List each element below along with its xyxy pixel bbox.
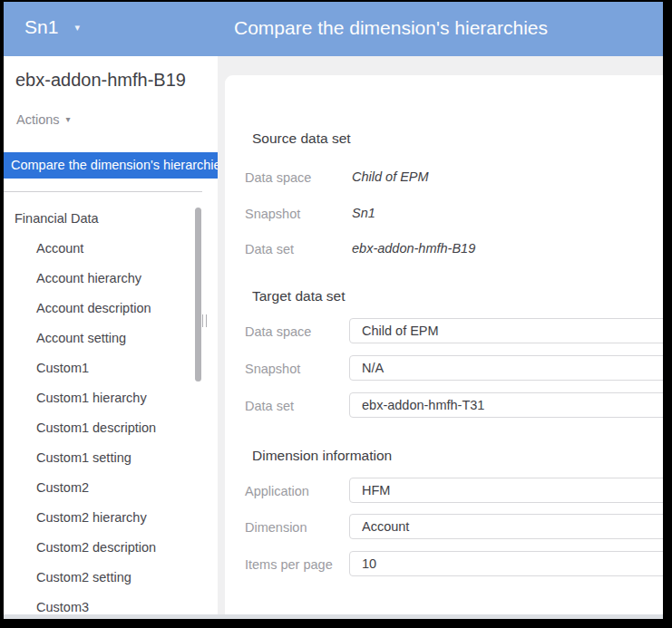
field-label-target-snapshot: Snapshot: [245, 362, 300, 376]
target-dataset-input[interactable]: [349, 392, 663, 418]
chevron-down-icon: ▾: [66, 115, 71, 124]
tree-item-custom1-setting[interactable]: Custom1 setting: [4, 443, 196, 473]
scrollbar-thumb[interactable]: [195, 208, 201, 382]
main-panel: Source data set Data space Child of EPM …: [218, 56, 663, 614]
tree-item-account-hierarchy[interactable]: Account hierarchy: [4, 264, 196, 294]
sidebar: ebx-addon-hmfh-B19 Actions ▾ Compare the…: [4, 56, 218, 614]
tree-item-account-setting[interactable]: Account setting: [4, 324, 196, 353]
target-snapshot-input[interactable]: [349, 355, 663, 381]
page-title: Compare the dimension's hierarchies: [234, 17, 548, 39]
tree-item-custom1-hierarchy[interactable]: Custom1 hierarchy: [4, 383, 196, 413]
field-label-source-snapshot: Snapshot: [245, 207, 300, 221]
field-label-application: Application: [245, 484, 309, 498]
tree-item-custom2-description[interactable]: Custom2 description: [4, 533, 196, 563]
snapshot-selector-dropdown[interactable]: Sn1 ▾: [24, 16, 80, 38]
section-title-dimension: Dimension information: [252, 448, 392, 464]
app-window: Sn1 ▾ Compare the dimension's hierarchie…: [4, 2, 663, 619]
field-value-source-dataset: ebx-addon-hmfh-B19: [352, 241, 475, 256]
tree-item-custom1-description[interactable]: Custom1 description: [4, 413, 196, 443]
sidebar-item-compare-hierarchies[interactable]: Compare the dimension's hierarchies: [4, 152, 218, 179]
tree-item-account-description[interactable]: Account description: [4, 294, 196, 324]
chevron-down-icon: ▾: [74, 23, 80, 33]
field-label-target-dataset: Data set: [245, 399, 294, 413]
panel-resize-grip-icon[interactable]: [202, 314, 211, 327]
field-label-items-per-page: Items per page: [245, 557, 333, 572]
dataset-title: ebx-addon-hmfh-B19: [15, 70, 186, 91]
tree-item-custom1[interactable]: Custom1: [4, 353, 196, 383]
field-label-dimension: Dimension: [245, 520, 307, 535]
dataset-tree: Financial Data Account Account hierarchy…: [4, 204, 196, 619]
actions-menu-button[interactable]: Actions ▾: [16, 112, 71, 127]
app-header: Sn1 ▾ Compare the dimension's hierarchie…: [4, 2, 663, 56]
actions-menu-label: Actions: [16, 112, 60, 127]
application-input[interactable]: [349, 478, 663, 503]
field-label-target-dataspace: Data space: [245, 324, 311, 339]
field-value-source-dataspace: Child of EPM: [352, 169, 429, 184]
content-card: Source data set Data space Child of EPM …: [225, 75, 663, 614]
tree-item-custom2[interactable]: Custom2: [4, 473, 196, 503]
tree-item-custom2-setting[interactable]: Custom2 setting: [4, 563, 196, 593]
dimension-input[interactable]: [349, 514, 663, 539]
sidebar-scrollbar[interactable]: [195, 204, 202, 614]
section-title-source: Source data set: [252, 130, 351, 147]
field-label-source-dataspace: Data space: [245, 170, 311, 185]
field-value-source-snapshot: Sn1: [352, 206, 375, 220]
tree-item-custom2-hierarchy[interactable]: Custom2 hierarchy: [4, 503, 196, 533]
tree-item-account[interactable]: Account: [4, 234, 196, 264]
tree-item-financial-data[interactable]: Financial Data: [4, 204, 196, 234]
snapshot-selector-label: Sn1: [24, 16, 58, 38]
horizontal-scrollbar[interactable]: [4, 614, 663, 619]
items-per-page-input[interactable]: [349, 551, 663, 576]
sidebar-divider: [4, 191, 202, 192]
target-dataspace-input[interactable]: [349, 318, 663, 343]
field-label-source-dataset: Data set: [245, 242, 294, 256]
section-title-target: Target data set: [252, 288, 346, 304]
